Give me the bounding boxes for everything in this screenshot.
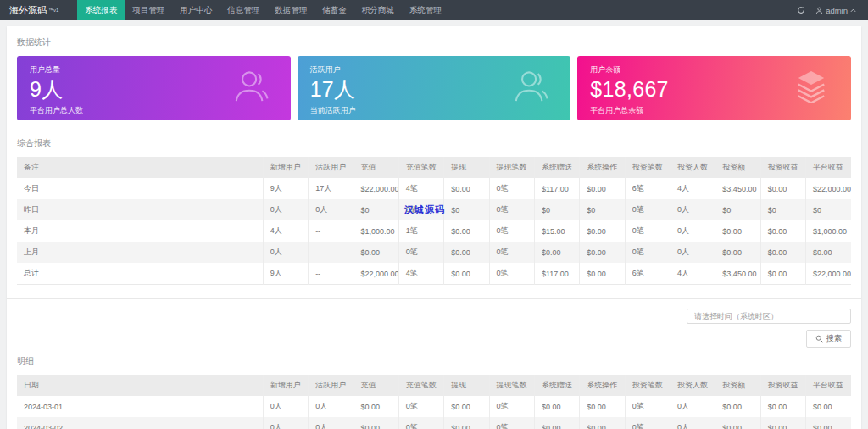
table-cell: 昨日 [17, 199, 263, 220]
column-header: 系统赠送 [534, 375, 579, 396]
table-cell: 0笔 [625, 220, 670, 242]
table-cell: 上月 [17, 242, 263, 263]
table-cell: $22,000.00 [806, 263, 851, 285]
report-table-container: 备注新增用户活跃用户充值充值笔数提现提现笔数系统赠送系统操作投资笔数投资人数投资… [17, 157, 851, 285]
search-button-label: 搜索 [826, 333, 842, 344]
nav-item-1[interactable]: 项目管理 [125, 0, 172, 20]
column-header: 新增用户 [263, 375, 308, 396]
table-cell: 4人 [670, 178, 715, 199]
table-cell: 0人 [670, 242, 715, 263]
table-cell: 1笔 [398, 220, 443, 242]
column-header: 提现 [444, 375, 489, 396]
chevron-up-icon [850, 8, 856, 13]
column-header: 活跃用户 [309, 157, 353, 178]
stat-cards-row: 用户总量9人平台用户总人数活跃用户17人当前活跃用户用户余额$18,667平台用… [17, 56, 851, 120]
stat-card-1: 活跃用户17人当前活跃用户 [298, 56, 571, 120]
table-cell: 0笔 [398, 417, 443, 429]
table-cell: $0.00 [580, 220, 625, 242]
table-cell: $0.00 [534, 417, 579, 429]
table-cell: $15.00 [534, 220, 579, 242]
table-cell: $0.00 [444, 178, 489, 199]
table-cell: $0.00 [580, 178, 625, 199]
table-cell: 0笔 [398, 396, 443, 417]
table-cell: $0.00 [760, 220, 805, 242]
user-menu[interactable]: admin [815, 6, 856, 15]
nav-item-3[interactable]: 信息管理 [220, 0, 267, 20]
table-cell: $0.00 [760, 178, 805, 199]
table-cell: 4人 [670, 263, 715, 285]
table-cell: 0笔 [625, 396, 670, 417]
table-cell: $0.00 [534, 242, 579, 263]
refresh-icon[interactable] [797, 6, 805, 14]
table-cell: $0 [444, 199, 489, 220]
column-header: 投资收益 [760, 157, 805, 178]
column-header: 提现 [444, 157, 489, 178]
column-header: 日期 [17, 375, 263, 396]
table-cell: 0人 [670, 199, 715, 220]
table-cell: $0.00 [760, 396, 805, 417]
table-row: 2024-03-020人0人$0.000笔$0.000笔$0.00$0.000笔… [17, 417, 851, 429]
table-cell: $0 [580, 199, 625, 220]
nav-item-0[interactable]: 系统报表 [77, 0, 125, 20]
table-header-row: 日期新增用户活跃用户充值充值笔数提现提现笔数系统赠送系统操作投资笔数投资人数投资… [17, 375, 851, 396]
table-cell: $0.00 [715, 242, 760, 263]
column-header: 投资收益 [760, 375, 805, 396]
column-header: 提现笔数 [489, 157, 534, 178]
stat-card-2: 用户余额$18,667平台用户总余额 [577, 56, 851, 120]
brand-logo[interactable]: 海外源码™v1 [0, 0, 77, 20]
table-cell: $0.00 [580, 242, 625, 263]
table-row: 总计9人--$22,000.004笔$0.000笔$117.00$0.006笔4… [17, 263, 851, 285]
table-cell: $22,000.00 [353, 178, 398, 199]
table-cell: 4人 [263, 220, 308, 242]
nav-item-5[interactable]: 储蓄金 [314, 0, 354, 20]
layers-icon [792, 70, 831, 107]
report-section-title: 综合报表 [17, 137, 851, 149]
column-header: 充值 [353, 157, 398, 178]
stats-section-title: 数据统计 [17, 36, 851, 48]
table-cell: $1,000.00 [353, 220, 398, 242]
table-cell: $0.00 [806, 242, 851, 263]
table-cell: $0.00 [715, 396, 760, 417]
table-cell: 6笔 [625, 178, 670, 199]
search-button[interactable]: 搜索 [806, 330, 851, 348]
table-cell: $0.00 [444, 396, 489, 417]
data-table: 日期新增用户活跃用户充值充值笔数提现提现笔数系统赠送系统操作投资笔数投资人数投资… [17, 375, 851, 429]
table-cell: $0.00 [444, 417, 489, 429]
table-cell: 4笔 [398, 263, 443, 285]
table-cell: $3,450.00 [715, 178, 760, 199]
brand-name: 海外源码 [9, 4, 47, 17]
user-icon [815, 7, 823, 14]
table-cell: $0 [806, 199, 851, 220]
column-header: 平台收益 [806, 157, 851, 178]
table-cell: 0笔 [398, 199, 443, 220]
detail-table-container: 日期新增用户活跃用户充值充值笔数提现提现笔数系统赠送系统操作投资笔数投资人数投资… [17, 375, 851, 429]
time-range-input[interactable] [687, 309, 851, 324]
column-header: 活跃用户 [309, 375, 353, 396]
table-cell: $0.00 [760, 417, 805, 429]
table-cell: $0 [715, 199, 760, 220]
table-cell: $0.00 [760, 263, 805, 285]
nav-item-4[interactable]: 数据管理 [267, 0, 314, 20]
table-cell: 0笔 [489, 242, 534, 263]
table-cell: 0笔 [489, 220, 534, 242]
column-header: 投资笔数 [625, 157, 670, 178]
column-header: 新增用户 [263, 157, 308, 178]
nav-item-2[interactable]: 用户中心 [172, 0, 220, 20]
filter-row [17, 309, 851, 324]
table-cell: 0人 [670, 396, 715, 417]
table-cell: 0人 [263, 396, 308, 417]
table-cell: 9人 [263, 178, 308, 199]
column-header: 充值笔数 [398, 157, 443, 178]
nav-item-7[interactable]: 系统管理 [402, 0, 449, 20]
table-cell: $0.00 [806, 417, 851, 429]
table-cell: 0笔 [489, 417, 534, 429]
table-row: 昨日0人0人$00笔$00笔$0$00笔0人$0$0$0 [17, 199, 851, 220]
nav-item-6[interactable]: 积分商城 [354, 0, 402, 20]
table-cell: $0.00 [353, 417, 398, 429]
table-row: 上月0人--$0.000笔$0.000笔$0.00$0.000笔0人$0.00$… [17, 242, 851, 263]
table-cell: $0.00 [353, 396, 398, 417]
table-cell: $0 [534, 199, 579, 220]
table-cell: 今日 [17, 178, 263, 199]
brand-version: ™v1 [48, 8, 58, 13]
table-cell: 0笔 [489, 396, 534, 417]
